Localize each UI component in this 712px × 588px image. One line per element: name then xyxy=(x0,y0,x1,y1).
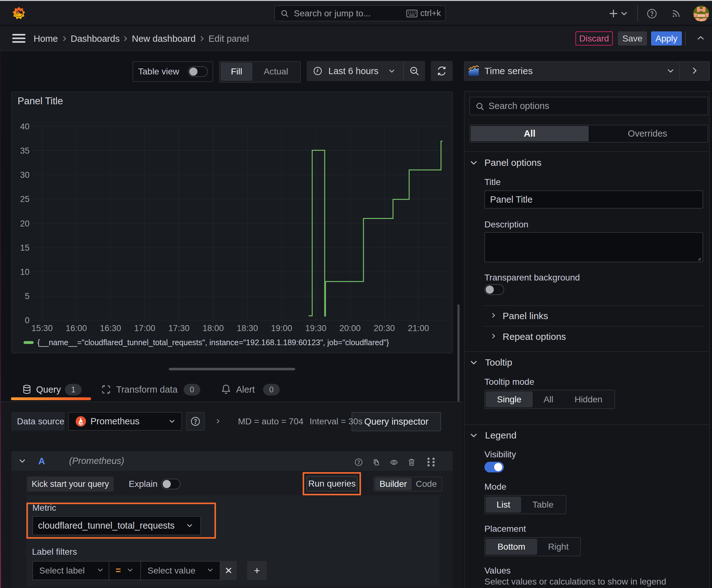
svg-text:18:30: 18:30 xyxy=(237,323,258,333)
svg-text:10: 10 xyxy=(20,267,29,277)
svg-text:16:00: 16:00 xyxy=(66,323,87,333)
svg-text:{__name__="cloudflared_tunnel_: {__name__="cloudflared_tunnel_total_requ… xyxy=(37,338,389,347)
svg-text:20:00: 20:00 xyxy=(339,323,361,333)
svg-text:20: 20 xyxy=(20,219,29,228)
svg-text:25: 25 xyxy=(20,194,29,204)
svg-text:18:00: 18:00 xyxy=(202,323,224,333)
svg-text:15: 15 xyxy=(20,243,29,253)
svg-text:19:30: 19:30 xyxy=(305,323,326,333)
svg-text:17:30: 17:30 xyxy=(168,323,190,333)
svg-text:30: 30 xyxy=(20,170,29,180)
svg-text:15:30: 15:30 xyxy=(31,323,53,333)
svg-text:21:00: 21:00 xyxy=(408,323,429,333)
svg-text:20:30: 20:30 xyxy=(373,323,395,333)
svg-text:16:30: 16:30 xyxy=(100,323,121,333)
svg-text:0: 0 xyxy=(25,316,29,325)
svg-text:35: 35 xyxy=(20,146,29,155)
svg-text:40: 40 xyxy=(20,122,29,131)
svg-text:19:00: 19:00 xyxy=(271,323,292,333)
svg-text:5: 5 xyxy=(25,292,29,301)
svg-text:17:00: 17:00 xyxy=(134,323,155,333)
